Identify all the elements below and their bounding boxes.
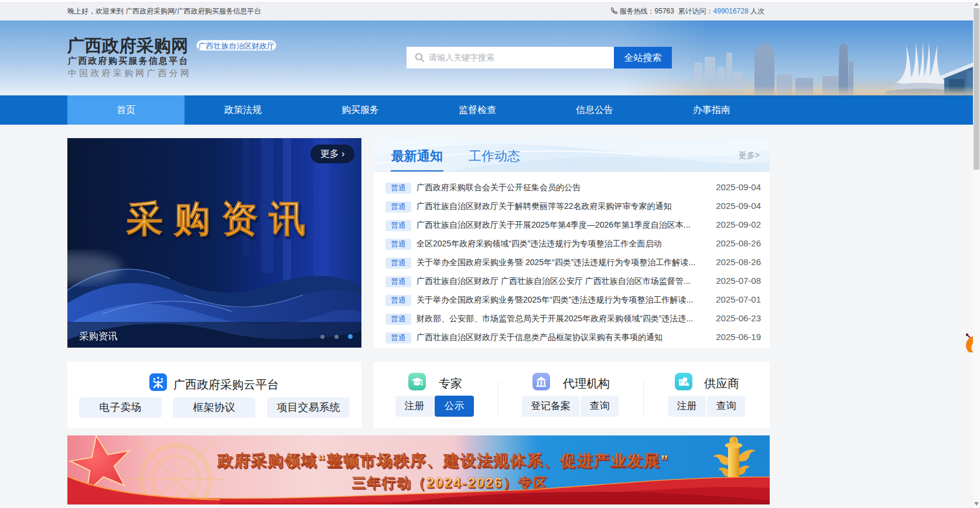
svg-text:采购资讯: 采购资讯 [126,198,316,239]
svg-text:三年行动（2024-2026）专区: 三年行动（2024-2026）专区 [352,475,548,490]
svg-text:政府采购领域“整顿市场秩序、建设法规体系、促进产业发展”: 政府采购领域“整顿市场秩序、建设法规体系、促进产业发展” [217,452,670,469]
